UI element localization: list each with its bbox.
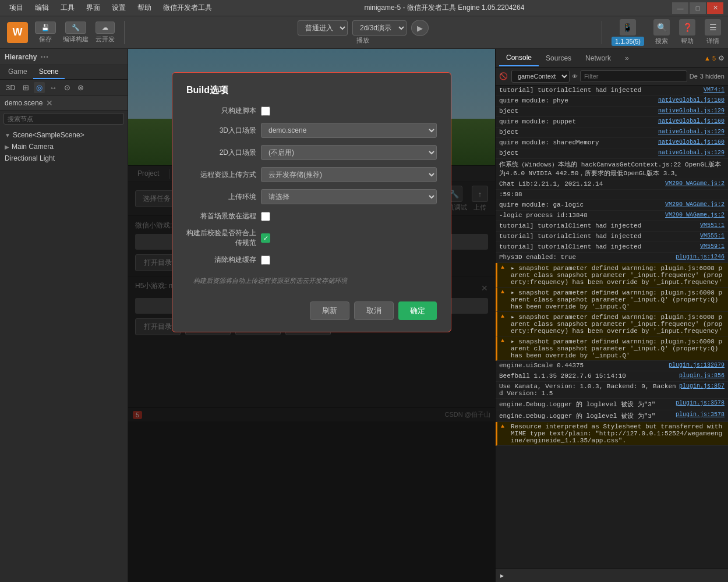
cloud-button[interactable]: ☁ (96, 22, 115, 34)
save-button[interactable]: 💾 (35, 22, 56, 34)
checkbox-script-only[interactable] (261, 107, 270, 116)
eye-icon[interactable]: 👁 (572, 73, 578, 80)
log-link[interactable]: nativeGlobal.js:129 (658, 108, 725, 114)
warn-icon: ▲ (501, 313, 509, 320)
checkbox-validate-checked[interactable]: ✓ (261, 233, 270, 243)
select-upload-env[interactable]: 请选择 (261, 189, 437, 204)
compile-button[interactable]: 🔧 (65, 22, 86, 34)
play-button[interactable]: ▶ (411, 20, 429, 36)
toolbar-circle[interactable]: ◎ (34, 82, 45, 93)
warn-count-badge: ▲ 5 (704, 55, 716, 62)
log-link[interactable]: plugin.js:132679 (669, 362, 725, 368)
log-link[interactable]: plugin.js:1246 (676, 254, 725, 260)
clear-console-icon[interactable]: 🚫 (499, 72, 508, 80)
version-item[interactable]: 📱 1.1.35(5) (612, 19, 644, 46)
devtools-tabs: Console Sources Network » ▲ 5 ⚙ (496, 49, 728, 68)
toolbar-rotate[interactable]: ⊙ (62, 82, 73, 93)
toolbar-scale[interactable]: ⊗ (75, 82, 86, 93)
log-link[interactable]: VM290 WAGame.js:2 (665, 201, 725, 208)
menu-item-wechat[interactable]: 微信开发者工具 (158, 2, 217, 14)
log-link[interactable]: nativeGlobal.js:160 (658, 97, 725, 104)
scene-root-item[interactable]: ▼ Scene<SampleScene> (0, 129, 128, 141)
checkbox-remote-scene[interactable] (261, 212, 270, 221)
menu-item-settings[interactable]: 设置 (107, 2, 130, 14)
log-link[interactable]: nativeGlobal.js:160 (658, 139, 725, 146)
log-text: quire module: puppet (499, 118, 656, 125)
modal-refresh-button[interactable]: 刷新 (310, 301, 349, 320)
toolbar-grid[interactable]: ⊞ (20, 82, 31, 93)
menu-item-help[interactable]: 帮助 (133, 2, 156, 14)
log-link[interactable]: VM290 WAGame.js:2 (665, 212, 725, 218)
modal-cancel-button[interactable]: 取消 (354, 301, 394, 320)
log-link[interactable]: nativeGlobal.js:129 (658, 150, 725, 156)
menu-item-edit[interactable]: 编辑 (30, 2, 54, 14)
label-clear-cache: 清除构建缓存 (186, 255, 256, 265)
select-2d-entry[interactable]: (不启用) (261, 145, 437, 160)
help-icon: ❓ (679, 19, 695, 36)
log-link[interactable]: VM555:1 (700, 233, 725, 239)
modal-confirm-button[interactable]: 确定 (398, 301, 437, 320)
hierarchy-menu-icon[interactable]: ⋯ (40, 52, 48, 62)
log-link[interactable]: plugin.js:857 (679, 383, 725, 389)
filter-input[interactable] (580, 70, 687, 82)
minimize-button[interactable]: — (672, 2, 688, 14)
context-select[interactable]: gameContext (511, 70, 570, 83)
toolbar-3d[interactable]: 3D (3, 82, 18, 93)
tab-more[interactable]: » (618, 51, 636, 66)
log-link[interactable]: nativeGlobal.js:160 (658, 118, 725, 125)
scene-name: demo.scene (5, 99, 43, 107)
menu-item-ui[interactable]: 界面 (82, 2, 105, 14)
select-upload-method[interactable]: 云开发存储(推荐) (261, 167, 437, 182)
log-row: tutorial] tutorialClient had injectedVM5… (496, 221, 728, 232)
log-link[interactable]: plugin.js:3578 (676, 400, 725, 406)
log-link[interactable]: VM551:1 (700, 222, 725, 229)
log-link[interactable]: VM290 WAGame.js:2 (665, 180, 725, 187)
log-text: 作系统（Windows）本地的 hackCanvasGetContext.js:… (499, 160, 725, 178)
value-clear-cache (261, 255, 437, 265)
log-link[interactable]: plugin.js:3578 (676, 411, 725, 418)
devtools-settings-icon[interactable]: ⚙ (718, 54, 725, 62)
scene-light-item[interactable]: Directional Light (0, 152, 128, 164)
log-row: tutorial] tutorialClient had injectedVM5… (496, 242, 728, 253)
camera-label: Main Camera (12, 143, 54, 151)
tab-network[interactable]: Network (578, 51, 618, 66)
checkbox-clear-cache[interactable] (261, 255, 270, 265)
menu-item-tools[interactable]: 工具 (56, 2, 79, 14)
toolbar-move[interactable]: ↔ (47, 82, 59, 93)
log-text: ▸ snapshot parameter defined warnning: p… (511, 338, 725, 359)
form-row-upload-method: 远程资源上传方式 云开发存储(推荐) (186, 167, 437, 182)
enter-mode-select[interactable]: 普通进入 (298, 20, 348, 36)
log-row: Beefball 1.1.35 2022.7.6 15:14:10plugin.… (496, 371, 728, 382)
play-label: 播放 (356, 36, 369, 45)
display-mode-select[interactable]: 2d/3d演示 (352, 20, 407, 36)
log-link[interactable]: VM559:1 (700, 243, 725, 250)
search-item[interactable]: 🔍 搜索 (653, 19, 670, 45)
tab-console[interactable]: Console (499, 50, 539, 66)
log-link[interactable]: VM74:1 (704, 87, 725, 93)
close-button[interactable]: ✕ (707, 2, 723, 14)
maximize-button[interactable]: □ (690, 2, 706, 14)
tab-scene[interactable]: Scene (33, 65, 65, 79)
help-item[interactable]: ❓ 帮助 (679, 19, 695, 45)
log-link[interactable]: nativeGlobal.js:129 (658, 129, 725, 135)
log-text: tutorial] tutorialClient had injected (499, 87, 701, 94)
tab-game[interactable]: Game (2, 65, 33, 79)
log-row: quire module: ga-logicVM290 WAGame.js:2 (496, 200, 728, 211)
scene-camera-item[interactable]: ▶ Main Camera (0, 141, 128, 152)
form-row-2d-entry: 2D入口场景 (不启用) (186, 145, 437, 160)
cloud-group: ☁ 云开发 (96, 22, 115, 44)
camera-arrow-icon: ▶ (5, 144, 9, 150)
tab-sources[interactable]: Sources (539, 51, 578, 66)
log-text: :59:08 (499, 191, 725, 198)
console-log: tutorial] tutorialClient had injectedVM7… (496, 86, 728, 568)
log-link[interactable]: plugin.js:856 (679, 372, 725, 379)
log-text: -logic process id:13848 (499, 212, 663, 219)
detail-item[interactable]: ☰ 详情 (705, 19, 721, 45)
log-row: ▲▸ snapshot parameter defined warnning: … (496, 312, 728, 336)
scene-close-icon[interactable]: ✕ (46, 98, 53, 108)
select-3d-entry[interactable]: demo.scene (261, 123, 437, 138)
hierarchy-search-input[interactable] (3, 113, 124, 125)
log-row: engine.Debug.Logger 的 loglevel 被设 为"3"pl… (496, 399, 728, 410)
toolbar-separator-2 (602, 21, 602, 44)
menu-item-project[interactable]: 项目 (5, 2, 28, 14)
